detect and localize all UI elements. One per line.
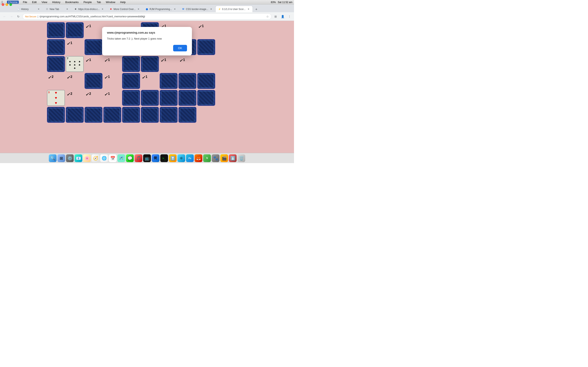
history-menu[interactable]: History: [51, 1, 61, 4]
dock-terminal[interactable]: >_: [160, 154, 168, 162]
back-button[interactable]: ←: [2, 14, 7, 19]
dialog-overlay: www.rjmprogramming.com.au says Tricks ta…: [0, 21, 294, 153]
battery-status: 83%: [271, 1, 276, 4]
tab-userscore[interactable]: ⚡ 0.1/1.0 is User Scor... ✕: [215, 6, 253, 12]
menu-bar:  Chrome File Edit View History Bookmark…: [0, 0, 294, 4]
dock-launchpad[interactable]: ⊞: [57, 154, 65, 162]
dialog-message: Tricks taken are 7:2 ;). Next player 1 g…: [107, 37, 187, 41]
dock-safari[interactable]: 🧭: [92, 154, 99, 162]
dock-gimp[interactable]: 🐾: [212, 154, 219, 162]
dock-chrome[interactable]: 🌐: [100, 154, 108, 162]
tab-morecontrol-favicon: ✱: [109, 8, 112, 11]
dock-xcode[interactable]: 🛠: [152, 154, 159, 162]
url-bar[interactable]: Not Secure | rjmprogramming.com.au/HTMLC…: [22, 13, 272, 20]
dock-finder[interactable]: 🔍: [49, 154, 57, 162]
dock-photoshop[interactable]: Ps: [186, 154, 194, 162]
tab-newtab-favicon: ☐: [45, 8, 48, 11]
bookmark-star[interactable]: ☆: [266, 15, 269, 18]
dock-trash[interactable]: 🗑️: [237, 154, 245, 162]
window-menu[interactable]: Window: [105, 1, 116, 4]
dock-messages[interactable]: 💬: [126, 154, 134, 162]
dock-node[interactable]: N: [203, 154, 211, 162]
tab-history-favicon: 🕐: [17, 8, 20, 11]
address-bar: ← → ↻ Not Secure | rjmprogramming.com.au…: [0, 12, 294, 21]
file-menu[interactable]: File: [22, 1, 28, 4]
dock-firefox[interactable]: 🦊: [195, 154, 202, 162]
tab-newtab[interactable]: ☐ New Tab ✕: [43, 6, 71, 12]
dialog-footer: OK: [107, 45, 187, 51]
dock-transmission[interactable]: ⬇️: [229, 154, 237, 162]
dock-photos[interactable]: 🌸: [83, 154, 91, 162]
tab-userscore-favicon: ⚡: [218, 8, 221, 11]
close-window-btn[interactable]: [2, 3, 4, 6]
extensions-button[interactable]: ⊞: [273, 14, 278, 19]
tab-csstricks-title: https://css-tricks.c...: [78, 8, 100, 11]
tab-cssborder-title: CSS border-image...: [186, 8, 208, 11]
tab-userscore-close[interactable]: ✕: [247, 8, 250, 11]
view-menu[interactable]: View: [41, 1, 48, 4]
tab-rjm-close[interactable]: ✕: [173, 8, 176, 11]
tab-newtab-close[interactable]: ✕: [66, 8, 69, 11]
tab-newtab-title: New Tab: [50, 8, 64, 11]
edit-menu[interactable]: Edit: [31, 1, 37, 4]
clock: Sat 11:52 am: [278, 1, 292, 4]
forward-button[interactable]: →: [9, 14, 14, 19]
tab-morecontrol-title: More Control Over...: [113, 8, 136, 11]
tab-cssborder[interactable]: W CSS border-image... ✕: [179, 6, 215, 12]
help-menu[interactable]: Help: [120, 1, 127, 4]
tab-menu[interactable]: Tab: [96, 1, 102, 4]
minimize-window-btn[interactable]: [6, 3, 8, 6]
profile-button[interactable]: 👤: [280, 14, 285, 19]
dock-music[interactable]: 🎵: [135, 154, 142, 162]
page-content: ✓ 1 ✓ 1 ✓ 1: [0, 21, 294, 153]
dock-maps[interactable]: 🗺️: [117, 154, 125, 162]
security-indicator: Not Secure: [25, 15, 36, 18]
dock-preferences[interactable]: ⚙️: [66, 154, 74, 162]
tab-history-close[interactable]: ✕: [37, 8, 40, 11]
dock-tv[interactable]: 📺: [143, 154, 151, 162]
tab-morecontrol-close[interactable]: ✕: [137, 8, 140, 11]
tab-bar: 🕐 History ✕ ☐ New Tab ✕ ✱ https://css-tr…: [0, 4, 294, 12]
tab-csstricks[interactable]: ✱ https://css-tricks.c... ✕: [71, 6, 107, 12]
tab-userscore-title: 0.1/1.0 is User Scor...: [222, 8, 246, 11]
tab-csstricks-close[interactable]: ✕: [101, 8, 104, 11]
tab-cssborder-favicon: W: [182, 8, 185, 11]
dock-filezilla[interactable]: ⬆️: [169, 154, 177, 162]
refresh-button[interactable]: ↻: [16, 14, 21, 19]
dock: 🔍 ⊞ ⚙️ 📧 🌸 🧭 🌐 📅 🗺️ 💬 🎵 📺 🛠 >_ ⬆️ ⚛ Ps 🦊…: [0, 153, 294, 163]
maximize-window-btn[interactable]: [9, 3, 12, 6]
bookmarks-menu[interactable]: Bookmarks: [65, 1, 79, 4]
tab-csstricks-favicon: ✱: [74, 8, 77, 11]
dialog-box: www.rjmprogramming.com.au says Tricks ta…: [102, 27, 192, 55]
dock-calendar[interactable]: 📅: [109, 154, 117, 162]
tab-rjm-title: RJM Programming...: [149, 8, 172, 11]
tab-history[interactable]: 🕐 History ✕: [14, 6, 43, 12]
tab-history-title: History: [21, 8, 36, 11]
tab-rjm-favicon: ⬤: [145, 8, 148, 11]
dock-mail[interactable]: 📧: [75, 154, 82, 162]
url-text: rjmprogramming.com.au/HTMLCSS/cards_usef…: [39, 15, 265, 18]
dock-vlc[interactable]: 🎬: [220, 154, 228, 162]
people-menu[interactable]: People: [83, 1, 93, 4]
new-tab-button[interactable]: +: [254, 7, 259, 12]
tab-morecontrol[interactable]: ✱ More Control Over... ✕: [107, 6, 143, 12]
menu-button[interactable]: ⋮: [287, 14, 292, 19]
dialog-ok-button[interactable]: OK: [173, 45, 187, 51]
tab-rjm[interactable]: ⬤ RJM Programming... ✕: [143, 6, 179, 12]
tab-cssborder-close[interactable]: ✕: [209, 8, 213, 11]
dock-atom[interactable]: ⚛: [177, 154, 185, 162]
menu-bar-right: 83% Sat 11:52 am: [271, 1, 292, 4]
dialog-title: www.rjmprogramming.com.au says: [107, 31, 187, 34]
